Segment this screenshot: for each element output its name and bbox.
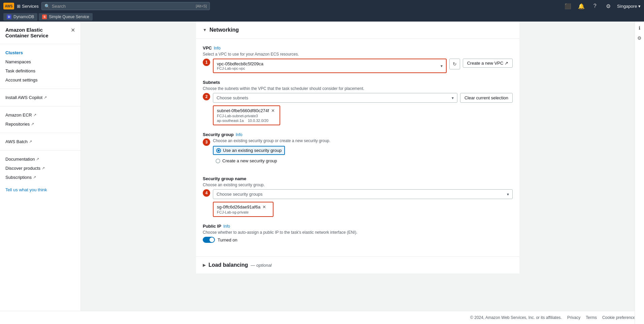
sidebar-item-task-definitions[interactable]: Task definitions — [0, 66, 80, 75]
create-vpc-button[interactable]: Create a new VPC ↗ — [463, 59, 513, 68]
sidebar-tell-us[interactable]: Tell us what you think — [0, 182, 80, 198]
step-badge-4: 4 — [203, 189, 210, 197]
footer-privacy-link[interactable]: Privacy — [567, 315, 580, 320]
subnet-name: FCJ-Lab-subnet-private3 — [217, 114, 276, 118]
vpc-chevron-icon: ▾ — [441, 64, 443, 68]
footer-copyright: © 2024, Amazon Web Services, Inc. or its… — [470, 315, 562, 320]
sidebar-item-subscriptions[interactable]: Subscriptions ↗ — [0, 173, 80, 182]
help-icon[interactable]: ? — [590, 1, 600, 11]
step-badge-2: 2 — [203, 93, 210, 100]
radio-existing-option[interactable]: Use an existing security group — [213, 146, 285, 155]
public-ip-field-row: Public IP Info Choose whether to auto-as… — [203, 224, 513, 243]
service-tabs: D DynamoDB S Simple Queue Service — [0, 12, 644, 22]
sg-select[interactable]: Choose security groups ▾ — [213, 189, 513, 199]
subnet-az: ap-southeast-1a — [217, 119, 244, 123]
info-panel-button[interactable]: ℹ — [636, 24, 643, 32]
sqs-tab[interactable]: S Simple Queue Service — [39, 13, 92, 21]
vpc-info-link[interactable]: Info — [214, 46, 221, 51]
sidebar-item-discover-products[interactable]: Discover products ↗ — [0, 164, 80, 173]
right-panel: ℹ ⚙ — [635, 22, 644, 324]
sg-tag: sg-0ffc6d26dae91af6a ✕ FCJ-Lab-sg-privat… — [213, 202, 273, 217]
sidebar-item-clusters[interactable]: Clusters — [0, 48, 80, 57]
sg-name-row: 4 Choose security groups ▾ sg-0ffc6d26da… — [203, 189, 513, 217]
clear-selection-button[interactable]: Clear current selection — [460, 93, 513, 103]
security-group-label-text: Security group — [203, 132, 234, 137]
content-inner: ▼ Networking VPC Info Select a VPC to us… — [196, 22, 519, 273]
region-arrow: ▾ — [638, 4, 641, 9]
sidebar-item-aws-batch[interactable]: AWS Batch ↗ — [0, 137, 80, 146]
settings-icon[interactable]: ⚙ — [604, 1, 613, 11]
subnet-id: subnet-0fbe5660df80c274f — [217, 108, 269, 113]
subnets-field-row: Subnets Choose the subnets within the VP… — [203, 80, 513, 125]
sqs-icon: S — [42, 14, 47, 19]
external-link-icon-5: ↗ — [36, 157, 39, 161]
install-copilot-label: Install AWS Copilot — [5, 95, 42, 100]
sg-placeholder: Choose security groups — [217, 192, 263, 197]
vpc-select-wrap: vpc-05bdfecb8c5f209ca FCJ-Lab-vpc-vpc ▾ … — [213, 59, 513, 73]
sg-row: 3 Choose an existing security group or c… — [203, 138, 513, 169]
networking-arrow: ▼ — [203, 28, 207, 32]
sg-name-inner: Choose security groups ▾ sg-0ffc6d26dae9… — [213, 189, 513, 217]
dynamodb-icon: D — [7, 14, 11, 19]
region-button[interactable]: Singapore ▾ — [617, 4, 641, 9]
subnets-label: Subnets — [203, 80, 513, 85]
sidebar-divider-1 — [0, 89, 80, 89]
subnets-inner: Choose subnets ▾ Clear current selection… — [213, 93, 513, 125]
settings-panel-button[interactable]: ⚙ — [636, 34, 643, 42]
sidebar-app-title: Amazon Elastic Container Service — [5, 27, 49, 38]
vpc-refresh-button[interactable]: ↻ — [449, 59, 460, 69]
sidebar-item-amazon-ecr[interactable]: Amazon ECR ↗ — [0, 110, 80, 120]
load-balancing-arrow: ▶ — [203, 263, 206, 267]
sidebar-item-account-settings[interactable]: Account settings — [0, 75, 80, 85]
public-ip-hint: Choose whether to auto-assign a public I… — [203, 230, 513, 235]
footer-terms-link[interactable]: Terms — [586, 315, 597, 320]
networking-section-header[interactable]: ▼ Networking — [196, 22, 519, 39]
load-balancing-section[interactable]: ▶ Load balancing — optional — [196, 256, 519, 273]
subscriptions-label: Subscriptions — [5, 175, 32, 180]
vpc-selected-name: vpc-05bdfecb8c5f209ca — [217, 61, 441, 66]
sidebar-close-button[interactable]: ✕ — [71, 27, 75, 33]
bell-icon[interactable]: 🔔 — [577, 1, 586, 11]
external-link-icon-4: ↗ — [29, 139, 32, 144]
external-link-icon-7: ↗ — [33, 175, 36, 180]
radio-new-dot — [216, 159, 220, 163]
sg-id: sg-0ffc6d26dae91af6a — [217, 204, 260, 209]
repositories-label: Repositories — [5, 122, 30, 127]
sg-inner: Choose an existing security group or cre… — [213, 138, 513, 169]
vpc-row: 1 vpc-05bdfecb8c5f209ca FCJ-Lab-vpc-vpc … — [203, 59, 513, 73]
public-ip-info-link[interactable]: Info — [223, 224, 230, 229]
vpc-select[interactable]: vpc-05bdfecb8c5f209ca FCJ-Lab-vpc-vpc ▾ — [213, 59, 447, 73]
subnet-tag-top: subnet-0fbe5660df80c274f ✕ — [217, 108, 276, 113]
sidebar-item-documentation[interactable]: Documentation ↗ — [0, 155, 80, 164]
subnets-select[interactable]: Choose subnets ▾ — [213, 93, 457, 103]
sidebar: Amazon Elastic Container Service ✕ Clust… — [0, 22, 81, 324]
sidebar-item-repositories[interactable]: Repositories ↗ — [0, 120, 80, 129]
sidebar-divider-4 — [0, 150, 80, 151]
load-balancing-title: Load balancing — [208, 262, 248, 268]
subnet-remove-button[interactable]: ✕ — [271, 108, 275, 113]
sidebar-item-install-copilot[interactable]: Install AWS Copilot ↗ — [0, 93, 80, 102]
cloud-shell-button[interactable]: ⬛ — [563, 1, 573, 11]
radio-existing-label: Use an existing security group — [223, 148, 282, 153]
sg-remove-button[interactable]: ✕ — [262, 204, 266, 209]
services-button[interactable]: ⊞ Services — [17, 4, 39, 9]
sidebar-item-namespaces[interactable]: Namespaces — [0, 57, 80, 66]
dynamodb-tab[interactable]: D DynamoDB — [3, 13, 37, 21]
security-group-field-row: Security group Info 3 Choose an existing… — [203, 132, 513, 169]
security-group-info-link[interactable]: Info — [236, 132, 243, 137]
discover-products-label: Discover products — [5, 166, 40, 171]
amazon-ecr-label: Amazon ECR — [5, 112, 32, 118]
external-link-icon: ↗ — [44, 95, 47, 100]
sidebar-divider-3 — [0, 133, 80, 133]
search-input[interactable] — [52, 4, 196, 9]
page-footer: © 2024, Amazon Web Services, Inc. or its… — [0, 311, 644, 324]
sidebar-divider-2 — [0, 106, 80, 106]
load-balancing-optional: — optional — [251, 263, 271, 268]
footer-cookie-link[interactable]: Cookie preferences — [602, 315, 637, 320]
radio-new-option[interactable]: Create a new security group — [213, 157, 280, 165]
top-nav: AWS ⊞ Services 🔍 [Alt+S] ⬛ 🔔 ? ⚙ Singapo… — [0, 0, 644, 12]
subnet-cidr: 10.0.32.0/20 — [248, 119, 268, 123]
public-ip-toggle[interactable] — [203, 237, 215, 243]
sg-name-field-row: Security group name Choose an existing s… — [203, 176, 513, 217]
sg-chevron-icon: ▾ — [507, 192, 509, 197]
